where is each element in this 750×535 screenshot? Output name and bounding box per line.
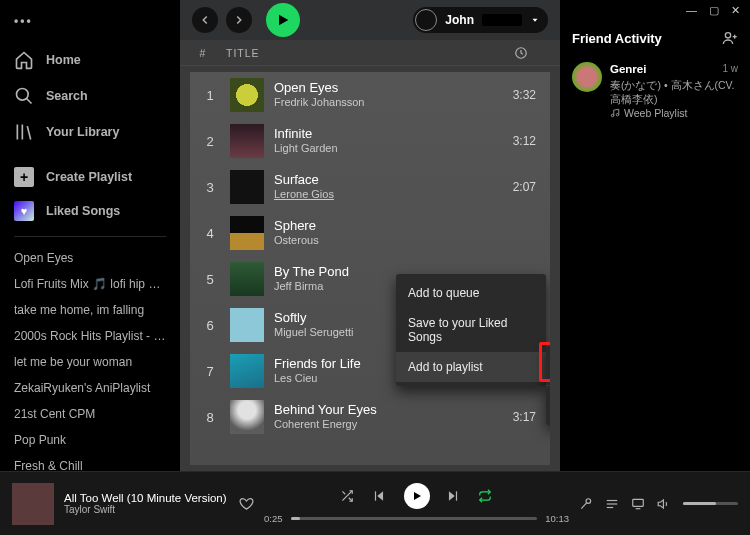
prev-button[interactable]	[372, 489, 388, 503]
album-art	[230, 78, 264, 112]
nav-library[interactable]: Your Library	[0, 114, 180, 150]
nav-search[interactable]: Search	[0, 78, 180, 114]
menu-item-add-playlist[interactable]: Add to playlist	[396, 352, 546, 382]
lyrics-button[interactable]	[579, 497, 593, 511]
user-name: John	[445, 13, 474, 27]
heart-icon	[239, 496, 254, 511]
track-row[interactable]: 4 SphereOsterous	[190, 210, 550, 256]
create-playlist[interactable]: + Create Playlist	[0, 160, 180, 194]
library-icon	[14, 122, 34, 142]
track-artist[interactable]: Lerone Gios	[274, 188, 490, 202]
playlist-item[interactable]: Lofi Fruits Mix 🎵 lofi hip ho...	[0, 271, 180, 297]
chevron-left-icon	[198, 13, 212, 27]
track-row[interactable]: 2 InfiniteLight Garden 3:12	[190, 118, 550, 164]
friend-activity-title: Friend Activity	[572, 31, 662, 46]
playlist-item[interactable]: let me be your woman	[0, 349, 180, 375]
close-button[interactable]: ✕	[731, 4, 740, 17]
menu-item-playlist[interactable]: Open Eyes	[546, 389, 550, 421]
like-button[interactable]	[239, 496, 254, 511]
chevron-right-icon	[232, 13, 246, 27]
play-pause-button[interactable]	[404, 483, 430, 509]
track-duration: 3:12	[500, 134, 540, 148]
track-list: 1 Open EyesFredrik Johansson 3:32 2 Infi…	[190, 72, 550, 465]
track-artist: Fredrik Johansson	[274, 96, 490, 110]
playlist-item[interactable]: Fresh & Chill	[0, 453, 180, 471]
track-number: 5	[200, 272, 220, 287]
svg-point-8	[725, 33, 730, 38]
user-menu[interactable]: John	[413, 7, 548, 33]
track-row[interactable]: 1 Open EyesFredrik Johansson 3:32	[190, 72, 550, 118]
friend-entry[interactable]: Genrei1 w 奏(かなで) • 高木さん(CV.高橋李依) Weeb Pl…	[560, 56, 750, 126]
queue-button[interactable]	[605, 497, 619, 511]
mic-icon	[579, 497, 593, 511]
menu-item-save-liked[interactable]: Save to your Liked Songs	[396, 308, 546, 352]
liked-songs[interactable]: ♥ Liked Songs	[0, 194, 180, 228]
next-button[interactable]	[446, 489, 462, 503]
album-art	[230, 124, 264, 158]
context-submenu: Add to new playlist Open Eyes	[546, 346, 550, 425]
playlist-item[interactable]: 2000s Rock Hits Playlist - 0...	[0, 323, 180, 349]
playlist-icon	[610, 108, 620, 118]
search-icon	[14, 86, 34, 106]
playlist-item[interactable]: Pop Punk	[0, 427, 180, 453]
track-row[interactable]: 3 SurfaceLerone Gios 2:07	[190, 164, 550, 210]
svg-marker-5	[279, 15, 288, 26]
main-view: John # TITLE 1 Open EyesFredrik Johansso…	[180, 0, 560, 471]
album-art	[230, 400, 264, 434]
svg-point-12	[616, 113, 619, 116]
menu-dots[interactable]: •••	[0, 8, 180, 42]
track-number: 8	[200, 410, 220, 425]
playlist-item[interactable]: ZekaiRyuken's AniPlaylist	[0, 375, 180, 401]
elapsed-time: 0:25	[264, 513, 283, 524]
nav-forward[interactable]	[226, 7, 252, 33]
topbar: John	[180, 0, 560, 40]
nav-home[interactable]: Home	[0, 42, 180, 78]
now-playing-art[interactable]	[12, 483, 54, 525]
track-artist: Coherent Energy	[274, 418, 490, 432]
play-icon	[275, 12, 291, 28]
track-number: 3	[200, 180, 220, 195]
minimize-button[interactable]: —	[686, 4, 697, 16]
nav-label: Home	[46, 53, 81, 67]
svg-marker-16	[377, 491, 383, 500]
album-art	[230, 308, 264, 342]
devices-icon	[631, 497, 645, 511]
action-label: Liked Songs	[46, 204, 120, 218]
track-title: Surface	[274, 172, 490, 188]
add-friend-icon[interactable]	[722, 30, 738, 46]
repeat-button[interactable]	[478, 489, 494, 503]
now-playing-title[interactable]: All Too Well (10 Minute Version)	[64, 492, 229, 504]
play-all-button[interactable]	[266, 3, 300, 37]
track-title: Behind Your Eyes	[274, 402, 490, 418]
svg-rect-26	[633, 499, 644, 506]
progress-slider[interactable]	[291, 517, 538, 520]
col-title: TITLE	[218, 47, 514, 59]
svg-rect-17	[374, 491, 375, 500]
svg-marker-18	[414, 492, 421, 500]
album-art	[230, 262, 264, 296]
friend-track: 奏(かなで) • 高木さん(CV.高橋李依)	[610, 78, 738, 106]
volume-slider[interactable]	[683, 502, 738, 505]
playlist-item[interactable]: 21st Cent CPM	[0, 401, 180, 427]
menu-item-add-new-playlist[interactable]: Add to new playlist	[546, 350, 550, 382]
skip-back-icon	[372, 489, 386, 503]
nav-back[interactable]	[192, 7, 218, 33]
playlist-item[interactable]: take me home, im falling	[0, 297, 180, 323]
playlist-item[interactable]: Open Eyes	[0, 245, 180, 271]
menu-separator	[546, 385, 550, 386]
friend-activity-panel: — ▢ ✕ Friend Activity Genrei1 w 奏(かなで) •…	[560, 0, 750, 471]
playlist-list: Open Eyes Lofi Fruits Mix 🎵 lofi hip ho.…	[0, 245, 180, 471]
maximize-button[interactable]: ▢	[709, 4, 719, 17]
total-time: 10:13	[545, 513, 569, 524]
col-number: #	[188, 47, 218, 59]
shuffle-button[interactable]	[340, 489, 356, 503]
track-row[interactable]: 8 Behind Your EyesCoherent Energy 3:17	[190, 394, 550, 440]
svg-line-15	[342, 491, 345, 494]
volume-button[interactable]	[657, 497, 671, 511]
now-playing-artist[interactable]: Taylor Swift	[64, 504, 229, 515]
track-title: Infinite	[274, 126, 490, 142]
play-icon	[411, 490, 423, 502]
menu-item-add-queue[interactable]: Add to queue	[396, 278, 546, 308]
svg-marker-19	[448, 491, 454, 500]
devices-button[interactable]	[631, 497, 645, 511]
